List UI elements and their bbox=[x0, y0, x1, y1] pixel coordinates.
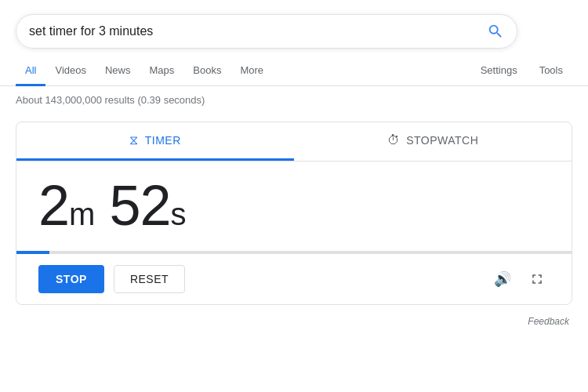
tab-videos[interactable]: Videos bbox=[45, 56, 96, 86]
timer-tab-timer[interactable]: ⧖ TIMER bbox=[16, 122, 294, 161]
timer-controls: STOP RESET 🔊 bbox=[16, 254, 572, 304]
timer-widget: ⧖ TIMER ⏱ STOPWATCH 2m 52s STOP RESET 🔊 bbox=[16, 122, 572, 305]
nav-right: Settings Tools bbox=[471, 56, 572, 85]
search-icon bbox=[487, 23, 504, 40]
tab-news[interactable]: News bbox=[96, 56, 140, 86]
nav-tabs: All Videos News Maps Books More Settings… bbox=[0, 56, 588, 86]
search-input[interactable] bbox=[29, 24, 487, 38]
feedback-row: Feedback bbox=[0, 313, 588, 327]
timer-time: 2m 52s bbox=[38, 177, 550, 234]
feedback-label[interactable]: Feedback bbox=[528, 316, 569, 327]
timer-progress-bar bbox=[16, 251, 572, 254]
tab-all[interactable]: All bbox=[16, 56, 45, 86]
tab-maps[interactable]: Maps bbox=[140, 56, 183, 86]
timer-tab-timer-label: TIMER bbox=[145, 134, 181, 147]
stop-button[interactable]: STOP bbox=[38, 265, 104, 293]
tab-tools[interactable]: Tools bbox=[530, 56, 572, 86]
search-area bbox=[0, 0, 588, 56]
tab-settings[interactable]: Settings bbox=[471, 56, 527, 86]
reset-button[interactable]: RESET bbox=[114, 265, 185, 293]
timer-minutes: 2 bbox=[38, 174, 69, 237]
timer-tab-stopwatch-label: STOPWATCH bbox=[406, 134, 478, 147]
timer-tabs: ⧖ TIMER ⏱ STOPWATCH bbox=[16, 122, 572, 162]
timer-minutes-unit: m bbox=[69, 197, 94, 231]
fullscreen-icon[interactable] bbox=[524, 267, 550, 292]
tab-more[interactable]: More bbox=[230, 56, 273, 86]
search-button[interactable] bbox=[487, 23, 504, 40]
tab-books[interactable]: Books bbox=[183, 56, 230, 86]
stopwatch-icon: ⏱ bbox=[387, 133, 401, 147]
timer-display: 2m 52s bbox=[16, 162, 572, 241]
timer-progress-fill bbox=[16, 251, 49, 254]
timer-tab-timer-icon: ⧖ bbox=[129, 133, 139, 147]
timer-seconds: 52 bbox=[109, 174, 170, 237]
volume-icon[interactable]: 🔊 bbox=[490, 267, 515, 292]
timer-tab-stopwatch[interactable]: ⏱ STOPWATCH bbox=[294, 122, 572, 161]
timer-seconds-unit: s bbox=[170, 197, 185, 231]
results-count: About 143,000,000 results (0.39 seconds) bbox=[0, 86, 588, 114]
search-box bbox=[16, 14, 517, 49]
